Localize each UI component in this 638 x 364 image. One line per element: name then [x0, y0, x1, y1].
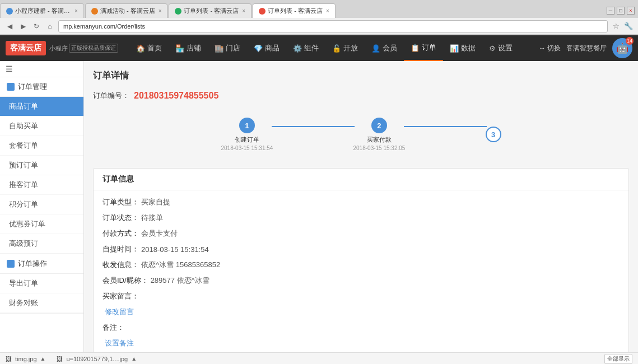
minimize-btn[interactable]: ─ — [607, 7, 614, 15]
sidebar-item-product-order[interactable]: 商品订单 — [0, 97, 83, 116]
sidebar-item-finance[interactable]: 财务对账 — [0, 293, 83, 313]
buyer-message-label: 买家留言： — [103, 291, 139, 301]
home-icon: 🏠 — [136, 44, 145, 53]
star-icon[interactable]: ☆ — [611, 21, 621, 31]
order-number-value: 20180315974855505 — [134, 91, 218, 101]
payment-method-label: 付款方式： — [103, 228, 139, 239]
order-info-card: 订单信息 订单类型： 买家自提 订单状态： 待接单 付款方式： 会员卡支付 自提… — [93, 168, 629, 352]
maximize-btn[interactable]: □ — [617, 7, 625, 15]
tab-3[interactable]: 订单列表 - 客满云店 × — [169, 3, 252, 18]
sidebar-item-points[interactable]: 积分订单 — [0, 195, 83, 214]
progress-step-2: 2 买家付款 2018-03-15 15:32:05 — [353, 118, 406, 151]
switch-btn[interactable]: ↔ 切换 — [539, 44, 561, 53]
step-circle-2: 2 — [371, 118, 387, 133]
sidebar-item-self-checkout[interactable]: 自助买单 — [0, 116, 83, 136]
nav-item-branch[interactable]: 🏬 门店 — [208, 35, 247, 61]
forward-btn[interactable]: ▶ — [18, 21, 28, 31]
sidebar-item-export-order[interactable]: 导出订单 — [0, 274, 83, 293]
sidebar-item-referral[interactable]: 推客订单 — [0, 175, 83, 195]
hamburger-icon: ☰ — [6, 64, 13, 73]
sidebar-group-header-order: 订单管理 — [0, 77, 83, 97]
set-remark-link[interactable]: 设置备注 — [105, 339, 134, 347]
file-icon-1: 🖼 — [6, 356, 12, 362]
nav-item-settings[interactable]: ⚙ 设置 — [482, 35, 519, 61]
close-btn[interactable]: × — [627, 7, 635, 15]
step-circle-1: 1 — [239, 118, 255, 133]
store-icon: 🏪 — [175, 44, 184, 53]
home-btn[interactable]: ⌂ — [45, 21, 55, 31]
sidebar-item-advanced-booking[interactable]: 高级预订 — [0, 234, 83, 254]
nav-item-data[interactable]: 📊 数据 — [443, 35, 482, 61]
tab-label-2: 满减活动 - 客满云店 — [100, 7, 155, 15]
sidebar-item-coupon[interactable]: 优惠券订单 — [0, 214, 83, 234]
modify-message-link[interactable]: 修改留言 — [105, 307, 134, 316]
member-id-label: 会员ID/昵称： — [103, 276, 148, 286]
back-btn[interactable]: ◀ — [4, 21, 15, 31]
order-icon: 📋 — [411, 44, 420, 52]
file-expand-btn-1[interactable]: ▲ — [40, 356, 46, 362]
member-icon: 👤 — [371, 44, 380, 53]
file-icon-2: 🖼 — [57, 356, 63, 362]
tab-favicon-1 — [6, 8, 13, 15]
nav-item-product[interactable]: 💎 商品 — [247, 35, 286, 61]
branch-icon: 🏬 — [215, 44, 223, 53]
buyer-message-row: 买家留言： — [103, 291, 620, 301]
sidebar-item-reservation[interactable]: 预订订单 — [0, 156, 83, 175]
order-status-label: 订单状态： — [103, 213, 139, 223]
operations-group-icon — [7, 260, 15, 268]
nav-item-store[interactable]: 🏪 店铺 — [169, 35, 208, 61]
sidebar-item-combo[interactable]: 套餐订单 — [0, 136, 83, 156]
remark-label: 备注： — [103, 323, 124, 333]
refresh-btn[interactable]: ↻ — [31, 21, 41, 31]
tab-label-1: 小程序建群 - 客满云店 — [15, 7, 71, 15]
step-time-2: 2018-03-15 15:32:05 — [353, 145, 406, 151]
progress-container: 1 创建订单 2018-03-15 15:31:54 2 买家付款 2018-0… — [93, 112, 629, 157]
nav-item-component[interactable]: ⚙️ 组件 — [286, 35, 325, 61]
tab-4[interactable]: 订单列表 - 客满云店 × — [253, 3, 336, 18]
avatar[interactable]: 🤖 14 — [612, 38, 632, 58]
progress-step-1: 1 创建订单 2018-03-15 15:31:54 — [221, 118, 273, 151]
step-label-2: 买家付款 — [367, 136, 392, 144]
tools-icon[interactable]: 🔧 — [623, 21, 634, 31]
show-all-button[interactable]: 全部显示 — [604, 354, 632, 364]
tab-close-4[interactable]: × — [326, 8, 329, 14]
sidebar-collapse-btn[interactable]: ☰ — [0, 61, 83, 77]
tab-favicon-2 — [91, 8, 98, 15]
step-time-1: 2018-03-15 15:31:54 — [221, 145, 273, 151]
nav-item-home[interactable]: 🏠 首页 — [129, 35, 169, 61]
receiver-label: 收发信息： — [103, 260, 139, 270]
info-card-body: 订单类型： 买家自提 订单状态： 待接单 付款方式： 会员卡支付 自提时间： 2… — [94, 190, 628, 352]
sidebar-group-order-management: 订单管理 商品订单 自助买单 套餐订单 预订订单 推客订单 积分订单 优惠券订单 — [0, 77, 83, 254]
progress-step-3: 3 — [486, 127, 501, 142]
show-all-btn[interactable]: 全部显示 — [604, 354, 632, 364]
pickup-time-label: 自提时间： — [103, 244, 139, 254]
bottom-file-1: 🖼 timg.jpg ▲ — [6, 356, 45, 362]
order-number-row: 订单编号： 20180315974855505 — [93, 91, 629, 101]
sidebar-group-order-operations: 订单操作 导出订单 财务对账 — [0, 254, 83, 314]
data-icon: 📊 — [450, 44, 459, 53]
tab-close-1[interactable]: × — [74, 8, 78, 14]
tab-close-3[interactable]: × — [242, 8, 245, 14]
restaurant-name: 客满智慧餐厅 — [566, 44, 607, 53]
nav-item-member[interactable]: 👤 会员 — [365, 35, 404, 61]
sidebar: ☰ 订单管理 商品订单 自助买单 套餐订单 预订订单 推客订单 积分 — [0, 61, 84, 352]
tab-close-2[interactable]: × — [159, 8, 162, 14]
order-group-icon — [7, 83, 15, 91]
order-type-value: 买家自提 — [141, 197, 170, 207]
member-id-row: 会员ID/昵称： 289577 依恋^冰雪 — [103, 276, 620, 286]
logo-area: 客满云店 小程序 正版授权品质保证 — [6, 41, 118, 55]
step-circle-3: 3 — [486, 127, 501, 142]
pickup-time-value: 2018-03-15 15:31:54 — [141, 245, 209, 254]
order-number-label: 订单编号： — [93, 91, 129, 101]
file-expand-btn-2[interactable]: ▲ — [131, 356, 137, 362]
tab-1[interactable]: 小程序建群 - 客满云店 × — [0, 3, 84, 18]
nav-item-order[interactable]: 📋 订单 — [404, 35, 443, 61]
content-area: 订单详情 订单编号： 20180315974855505 1 创建订单 2018… — [84, 61, 638, 352]
address-input[interactable] — [58, 20, 608, 32]
tab-2[interactable]: 满减活动 - 客满云店 × — [85, 3, 168, 18]
bottom-bar: 🖼 timg.jpg ▲ 🖼 u=1092015779,1....jpg ▲ 全… — [0, 352, 638, 364]
nav-item-open[interactable]: 🔓 开放 — [325, 35, 365, 61]
page-title: 订单详情 — [93, 70, 629, 82]
tab-favicon-4 — [259, 8, 266, 15]
avatar-badge: 14 — [626, 37, 634, 45]
